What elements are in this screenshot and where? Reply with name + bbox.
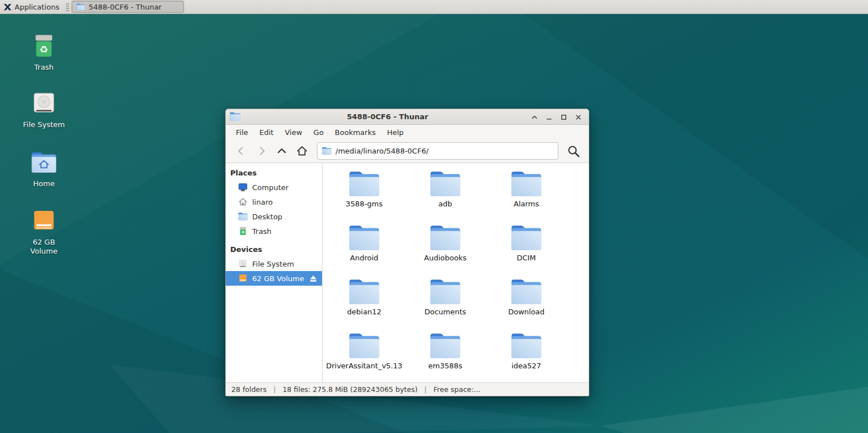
folder-icon [429,171,461,197]
desktop-icon-home[interactable]: Home [20,150,68,188]
menu-edit[interactable]: Edit [254,127,279,138]
folder-icon [348,225,380,251]
desktop-icon-label: Trash [34,63,53,72]
sidebar-item-computer[interactable]: Computer [226,180,322,195]
close-button[interactable] [571,111,585,123]
folder-icon [429,333,461,359]
folder-item-em3588s[interactable]: em3588s [405,328,486,382]
chevron-left-icon [235,145,247,157]
menu-help[interactable]: Help [381,127,409,138]
window-title: 5488-0CF6 - Thunar [248,112,527,121]
sidebar-item-label: linaro [252,198,272,206]
status-folders: 28 folders [231,385,267,394]
minimize-button[interactable] [542,111,556,123]
folder-name: debian12 [347,308,382,317]
folder-item-alarms[interactable]: Alarms [486,166,567,220]
folder-item-audiobooks[interactable]: Audiobooks [405,220,486,274]
titlebar[interactable]: 5488-0CF6 - Thunar [226,109,589,125]
sidebar-item-desktop[interactable]: Desktop [226,209,322,224]
hard-drive-icon [31,91,57,116]
folder-icon [511,225,542,251]
usb-volume-icon [238,274,248,283]
menubar: File Edit View Go Bookmarks Help [226,125,589,139]
taskbar-button-thunar[interactable]: 5488-0CF6 - Thunar [71,1,184,13]
folder-name: adb [439,200,452,209]
top-panel: Applications 5488-0CF6 - Thunar [0,0,868,14]
sidebar-item-linaro[interactable]: linaro [226,195,322,209]
statusbar: 28 folders | 18 files: 275.8 MiB (289243… [226,382,589,396]
sidebar-item-file-system[interactable]: File System [226,256,322,271]
hard-drive-icon [238,259,248,268]
folder-icon [511,279,542,305]
folder-name: em3588s [428,362,463,371]
sidebar-item-label: Computer [252,183,289,192]
sidebar: Places Computer linaro Desktop Trash Dev… [226,163,323,382]
search-icon [567,145,580,158]
status-separator: | [274,385,276,394]
eject-icon [309,275,317,282]
menu-go[interactable]: Go [308,127,329,138]
sidebar-item-trash[interactable]: Trash [226,224,322,238]
folder-item-3588-gms[interactable]: 3588-gms [324,166,405,220]
toolbar [226,139,589,163]
desktop-icon-trash[interactable]: Trash [20,34,68,72]
panel-grip[interactable] [66,3,69,11]
forward-button[interactable] [253,143,270,160]
folder-item-dcim[interactable]: DCIM [486,220,567,274]
desktop-icon-label: File System [23,120,65,129]
desktop-icon-label: 62 GB Volume [21,238,66,256]
folder-icon [238,212,248,221]
trash-icon [31,34,57,58]
folder-item-download[interactable]: Download [486,274,567,328]
folder-item-debian12[interactable]: debian12 [324,274,405,328]
back-button[interactable] [232,143,249,160]
sidebar-item-label: Desktop [252,213,283,221]
applications-label: Applications [15,3,59,11]
file-grid: 3588-gms adb Alarms Android Audiobooks D… [323,163,589,382]
home-button[interactable] [293,143,310,160]
folder-icon [77,3,85,11]
menu-bookmarks[interactable]: Bookmarks [329,127,382,138]
status-files: 18 files: 275.8 MiB (289243065 bytes) [283,385,418,394]
shade-button[interactable] [527,111,542,123]
menu-file[interactable]: File [230,127,254,138]
sidebar-item-label: Trash [252,227,271,236]
desktop-icon-file-system[interactable]: File System [20,91,68,129]
folder-item-documents[interactable]: Documents [405,274,486,328]
folder-name: Android [350,254,378,263]
search-button[interactable] [564,142,583,160]
home-icon [296,145,308,157]
folder-item-adb[interactable]: adb [405,166,486,220]
folder-item-driverassitant[interactable]: DriverAssitant_v5.13 [324,328,405,382]
folder-icon [322,147,332,155]
folder-name: DriverAssitant_v5.13 [326,362,402,371]
places-header: Places [226,166,322,180]
folder-name: Documents [424,308,466,317]
sidebar-item-volume-selected[interactable]: 62 GB Volume [226,271,322,286]
folder-item-idea527[interactable]: idea527 [486,328,567,382]
location-input[interactable] [335,147,553,155]
trash-icon [238,227,248,236]
home-folder-icon [31,150,57,175]
sidebar-item-label: 62 GB Volume [252,274,304,283]
folder-icon [511,333,542,359]
maximize-button[interactable] [556,111,571,123]
menu-view[interactable]: View [279,127,308,138]
folder-name: Download [508,308,545,317]
folder-icon [429,279,461,305]
folder-icon [348,333,380,359]
xfce-logo-icon [3,3,12,11]
usb-volume-icon [31,209,57,233]
up-button[interactable] [273,143,290,160]
location-bar[interactable] [317,142,558,160]
desktop-icon-label: Home [33,179,55,188]
thunar-window: 5488-0CF6 - Thunar File Edit View Go Boo… [225,109,589,396]
folder-item-android[interactable]: Android [324,220,405,274]
window-folder-icon [230,112,240,121]
desktop-icon-volume[interactable]: 62 GB Volume [20,209,68,256]
applications-menu-button[interactable]: Applications [0,0,64,14]
chevron-up-icon [276,145,288,157]
sidebar-item-label: File System [252,260,294,268]
eject-button[interactable] [309,275,317,282]
window-content: Places Computer linaro Desktop Trash Dev… [226,163,589,382]
